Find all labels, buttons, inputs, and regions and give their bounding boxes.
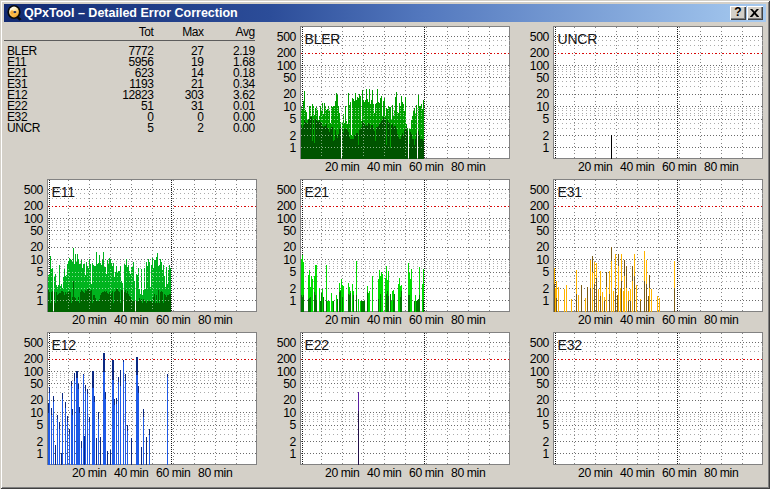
svg-text:80 min: 80 min [704,466,738,480]
svg-text:60 min: 60 min [409,313,443,327]
svg-text:60 min: 60 min [662,160,696,174]
svg-text:40 min: 40 min [114,466,148,480]
svg-text:5: 5 [290,418,297,432]
svg-text:500: 500 [530,30,550,44]
svg-text:1: 1 [543,294,550,308]
svg-text:50: 50 [536,377,549,391]
svg-text:20 min: 20 min [325,313,359,327]
svg-text:1: 1 [543,447,550,461]
svg-text:20 min: 20 min [578,160,612,174]
svg-text:5: 5 [290,112,297,126]
svg-text:BLER: BLER [305,31,341,47]
svg-text:20 min: 20 min [578,466,612,480]
svg-text:20 min: 20 min [325,160,359,174]
svg-text:1: 1 [37,447,44,461]
svg-text:5: 5 [37,265,44,279]
svg-text:20 min: 20 min [72,313,106,327]
svg-text:60 min: 60 min [409,160,443,174]
svg-text:5: 5 [290,265,297,279]
svg-text:5: 5 [543,112,550,126]
svg-text:40 min: 40 min [620,466,654,480]
svg-text:E22: E22 [305,337,330,353]
svg-text:60 min: 60 min [409,466,443,480]
svg-text:80 min: 80 min [451,313,485,327]
svg-text:500: 500 [277,30,297,44]
svg-text:60 min: 60 min [662,313,696,327]
svg-text:5: 5 [543,265,550,279]
svg-text:40 min: 40 min [367,160,401,174]
svg-text:E21: E21 [305,184,330,200]
svg-text:1: 1 [543,141,550,155]
svg-text:500: 500 [277,183,297,197]
svg-text:40 min: 40 min [367,466,401,480]
svg-text:500: 500 [530,336,550,350]
svg-text:50: 50 [283,71,296,85]
svg-text:1: 1 [290,447,297,461]
svg-text:60 min: 60 min [156,313,190,327]
svg-text:80 min: 80 min [704,313,738,327]
svg-text:500: 500 [24,183,44,197]
svg-text:80 min: 80 min [198,466,232,480]
svg-text:40 min: 40 min [114,313,148,327]
svg-text:20 min: 20 min [578,313,612,327]
svg-text:E11: E11 [52,184,76,200]
svg-text:50: 50 [283,377,296,391]
svg-text:80 min: 80 min [451,466,485,480]
svg-text:40 min: 40 min [620,313,654,327]
svg-text:E12: E12 [52,337,77,353]
svg-text:1: 1 [290,294,297,308]
svg-text:40 min: 40 min [367,313,401,327]
svg-text:40 min: 40 min [620,160,654,174]
svg-text:50: 50 [30,224,43,238]
svg-text:50: 50 [536,224,549,238]
svg-text:500: 500 [277,336,297,350]
svg-text:80 min: 80 min [704,160,738,174]
svg-text:E31: E31 [558,184,583,200]
svg-text:50: 50 [536,71,549,85]
svg-text:500: 500 [530,183,550,197]
svg-text:5: 5 [37,418,44,432]
svg-text:60 min: 60 min [662,466,696,480]
svg-text:60 min: 60 min [156,466,190,480]
svg-text:500: 500 [24,336,44,350]
svg-text:5: 5 [543,418,550,432]
svg-text:20 min: 20 min [325,466,359,480]
svg-text:50: 50 [30,377,43,391]
svg-text:50: 50 [283,224,296,238]
svg-text:1: 1 [290,141,297,155]
svg-text:UNCR: UNCR [558,31,598,47]
svg-text:1: 1 [37,294,44,308]
svg-text:80 min: 80 min [451,160,485,174]
svg-text:E32: E32 [558,337,583,353]
svg-text:80 min: 80 min [198,313,232,327]
svg-text:20 min: 20 min [72,466,106,480]
